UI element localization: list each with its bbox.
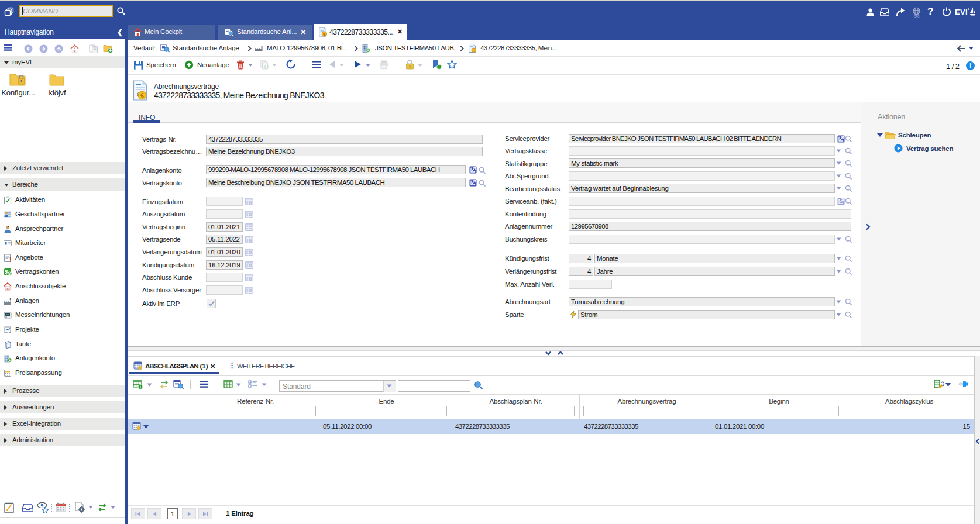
- svg-text:CRO: CRO: [914, 15, 920, 18]
- svg-text:€: €: [323, 32, 326, 37]
- svg-text:!: !: [9, 257, 11, 263]
- svg-text:€: €: [140, 92, 144, 99]
- svg-text:A: A: [8, 271, 11, 276]
